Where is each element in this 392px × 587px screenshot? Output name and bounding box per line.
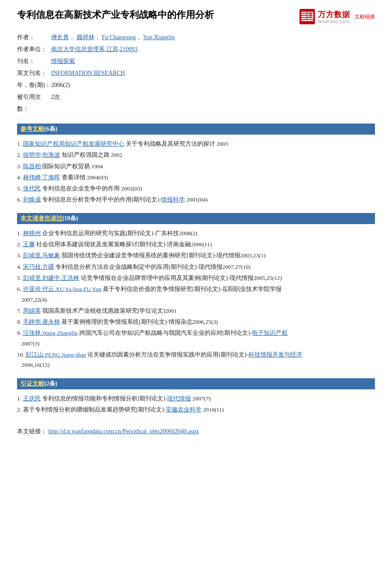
list-item: 8. 毛静华.唐永林 基于案例推理的竞争情报系统[期刊论文]-情报杂志2006,… xyxy=(17,317,375,327)
org-label: 作者单位： xyxy=(17,43,51,55)
author-link[interactable]: 彭江山.PENG Jiang-shan xyxy=(26,351,86,358)
ref-journal-link[interactable]: 现代情报 xyxy=(167,395,191,402)
list-item: 10. 彭江山.PENG Jiang-shan 论关键成功因素分析方法在竞争情报… xyxy=(17,350,375,371)
author-link[interactable]: 周娟英 xyxy=(23,308,41,314)
meta-row-en-journal: 英文刊名： INFORMATION RESEARCH xyxy=(17,67,375,79)
ref-text: 企业专利信息运用的研究与实践[期刊论文]-广东科技2008(2) xyxy=(41,230,198,236)
svg-rect-2 xyxy=(301,14,306,15)
list-item: 1. 林映州 企业专利信息运用的研究与实践[期刊论文]-广东科技2008(2) xyxy=(17,228,375,239)
author-link[interactable]: 王馨 xyxy=(23,241,35,247)
svg-rect-4 xyxy=(301,18,306,19)
meta-row-journal: 刊名： 情报探索 xyxy=(17,55,375,67)
ref-link[interactable]: 徐明华;包海波 xyxy=(23,152,61,158)
author-link-2[interactable]: 颜祥林 xyxy=(77,34,95,40)
en-journal-label: 英文刊名： xyxy=(17,67,51,79)
ref-text: 我国传统优势企业建设竞争情报系统的案例研究[期刊论文]-现代情报2003,23(… xyxy=(60,252,265,259)
ref-text: 社会信用体系建设现状及发展策略探讨[期刊论文]-济南金融2006(11) xyxy=(35,241,212,247)
ref-journal-link[interactable]: 安徽农业科学 xyxy=(166,406,202,413)
cited-header: 引证文献(2条) xyxy=(17,378,375,389)
ref-num: 6. xyxy=(17,286,23,292)
footer-url-link[interactable]: http://d.g.wanfangdata.com.cn/Periodical… xyxy=(49,428,199,434)
header-area: 专利信息在高新技术产业专利战略中的作用分析 万方数据 WANFANG DATA … xyxy=(17,9,375,25)
ref-link[interactable]: 陈昌柏 xyxy=(23,163,41,170)
author-link[interactable]: 宋巧枝.方疆 xyxy=(23,264,54,270)
ref-num: 6. xyxy=(17,196,23,203)
ref-text: 基于专利情报分析的嚼烟制品发展趋势研究[期刊论文]- xyxy=(23,406,166,413)
refs-section: 参考文献(6条) 1. 国家知识产权局知识产权发展研究中心 关于专利战略及其研究… xyxy=(17,124,375,205)
cited-list: 1. 王庆民 专利信息的情报功能和专利情报分析[期刊论文]-现代情报 2007(… xyxy=(17,394,375,415)
ref-num: 1. xyxy=(17,395,23,402)
ref-text: 专利信息在分析竞争对手中的作用[期刊论文]- xyxy=(41,196,161,203)
author-link-4[interactable]: Yan Xianglin xyxy=(143,34,175,40)
ref-tail: 2006,16(15) xyxy=(17,362,50,368)
author-link-1[interactable]: 傅长青 xyxy=(51,34,69,40)
ref-journal-link[interactable]: 情报科学 xyxy=(161,196,185,203)
meta-row-cite: 被引用次数： 2次 xyxy=(17,91,375,115)
also-read-header: 本文读者也读过(10条) xyxy=(17,213,375,224)
cited-title-link[interactable]: 引证文献 xyxy=(20,380,44,387)
journal-link[interactable]: 情报探索 xyxy=(51,58,75,64)
ref-num: 1. xyxy=(17,230,23,236)
author-link[interactable]: 彭靖里.马敏象 xyxy=(23,252,60,259)
ref-text: 论竞争情报在企业品牌管理中的应用及其案例[期刊论文]-现代情报2005,25(1… xyxy=(79,275,282,281)
svg-rect-7 xyxy=(308,14,313,16)
svg-rect-6 xyxy=(308,13,313,14)
author-link[interactable]: 汪张林.Wang Zhanglin xyxy=(23,330,78,336)
ref-link[interactable]: 国家知识产权局知识产权发展研究中心 xyxy=(23,141,124,147)
refs-title-link[interactable]: 参考文献 xyxy=(20,126,44,132)
ref-num: 9. xyxy=(17,330,23,336)
page-title: 专利信息在高新技术产业专利战略中的作用分析 xyxy=(17,9,291,22)
author-link[interactable]: 林映州 xyxy=(23,230,41,236)
meta-table: 作者： 傅长青， 颜祥林， Fu Changqing， Yan Xianglin… xyxy=(17,32,375,115)
org-link[interactable]: 南京大学信息管理系,江苏,210093 xyxy=(51,46,138,52)
ref-text: 专利信息分析方法在企业战略制定中的应用[期刊论文]-现代情报2007,27(10… xyxy=(54,264,251,270)
author-link[interactable]: 王庆民 xyxy=(23,395,41,402)
ref-link[interactable]: 刘焕成 xyxy=(23,196,41,203)
logo-link-label: 文献链接 xyxy=(355,13,375,20)
year-value: 2006(2) xyxy=(51,79,70,91)
ref-text: 国际知识产权贸易 1994 xyxy=(41,163,103,170)
ref-journal-link[interactable]: 电子知识产权 xyxy=(252,330,288,336)
list-item: 7. 周娟英 我国高新技术产业税收优惠政策研究[学位论文]2001 xyxy=(17,306,375,316)
en-journal-value: INFORMATION RESEARCH xyxy=(51,67,125,79)
author-link-3[interactable]: Fu Changqing xyxy=(102,34,136,40)
list-item: 6. 刘焕成 专利信息在分析竞争对手中的作用[期刊论文]-情报科学 2001(0… xyxy=(17,195,375,205)
list-item: 9. 汪张林.Wang Zhanglin 跨国汽车公司在华知识产权战略与我国汽车… xyxy=(17,328,375,349)
ref-text: 专利信息的情报功能和专利情报分析[期刊论文]- xyxy=(41,395,167,402)
author-link[interactable]: 彭靖里.刘建中.王洪林 xyxy=(23,275,80,281)
ref-num: 2. xyxy=(17,406,23,413)
list-item: 3. 陈昌柏 国际知识产权贸易 1994 xyxy=(17,161,375,172)
logo-en: WANFANG DATA xyxy=(318,20,350,24)
journal-label: 刊名： xyxy=(17,55,51,67)
list-item: 2. 基于专利情报分析的嚼烟制品发展趋势研究[期刊论文]-安徽农业科学 2010… xyxy=(17,405,375,415)
logo-area: 万方数据 WANFANG DATA 文献链接 xyxy=(299,9,375,25)
ref-num: 5. xyxy=(17,185,23,192)
ref-tail: 2010(11) xyxy=(202,406,224,413)
author-link[interactable]: 许亚玲.付云.XU Ya-ling.FU Yun xyxy=(23,286,101,292)
also-read-title-link[interactable]: 本文读者也读过 xyxy=(20,215,62,222)
ref-num: 7. xyxy=(17,308,23,314)
ref-num: 3. xyxy=(17,163,23,170)
ref-tail: 2007(7) xyxy=(191,395,210,402)
svg-rect-9 xyxy=(301,20,313,21)
ref-text: 查看详情 2004(03) xyxy=(60,174,108,181)
ref-num: 10. xyxy=(17,351,26,358)
ref-num: 5. xyxy=(17,275,23,281)
ref-link[interactable]: 张代民 xyxy=(23,185,41,192)
ref-text: 专利信息在企业竞争中的作用 2002(03) xyxy=(41,185,142,192)
en-journal-link[interactable]: INFORMATION RESEARCH xyxy=(51,70,125,76)
ref-link[interactable]: 林伟峰;丁海晖 xyxy=(23,174,61,181)
list-item: 2. 徐明华;包海波 知识产权强国之路 2002 xyxy=(17,150,375,160)
footer-label: 本文链接： xyxy=(17,428,47,434)
ref-num: 8. xyxy=(17,319,23,325)
list-item: 5. 张代民 专利信息在企业竞争中的作用 2002(03) xyxy=(17,184,375,194)
logo-main: 万方数据 xyxy=(318,9,350,20)
ref-journal-link[interactable]: 科技情报开发与经济 xyxy=(248,351,302,358)
ref-tail: 2007(3) xyxy=(17,340,40,347)
author-link[interactable]: 毛静华.唐永林 xyxy=(23,319,60,325)
svg-rect-3 xyxy=(301,16,306,17)
ref-num: 4. xyxy=(17,264,23,270)
ref-num: 1. xyxy=(17,141,23,147)
wanfang-logo-icon xyxy=(299,9,315,25)
ref-num: 3. xyxy=(17,252,23,259)
